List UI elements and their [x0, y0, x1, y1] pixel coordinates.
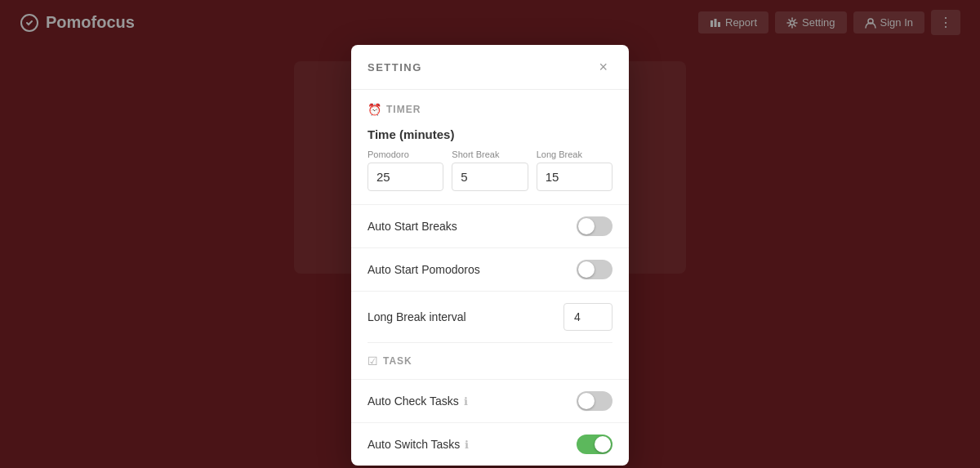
auto-switch-tasks-label: Auto Switch Tasks ℹ [368, 438, 469, 451]
auto-start-pomodoros-thumb [578, 261, 595, 278]
modal-title: SETTING [368, 61, 422, 74]
long-break-input[interactable] [537, 163, 612, 191]
long-break-input-group: Long Break [537, 149, 612, 191]
timer-icon: ⏰ [368, 103, 381, 116]
auto-switch-tasks-row: Auto Switch Tasks ℹ [351, 422, 629, 466]
auto-start-pomodoros-label: Auto Start Pomodoros [368, 263, 480, 276]
long-break-interval-label: Long Break interval [368, 310, 466, 323]
pomodoro-input-group: Pomodoro [368, 149, 443, 191]
auto-switch-tasks-thumb [595, 436, 611, 452]
auto-check-tasks-toggle[interactable] [577, 391, 612, 411]
auto-check-tasks-row: Auto Check Tasks ℹ [351, 379, 629, 422]
auto-start-breaks-toggle[interactable] [577, 216, 612, 236]
auto-switch-tasks-toggle[interactable] [577, 435, 612, 454]
time-inputs-row: Pomodoro Short Break Long Break [368, 149, 612, 191]
short-break-label: Short Break [452, 149, 528, 159]
auto-switch-tasks-info-icon[interactable]: ℹ [465, 439, 469, 451]
short-break-input[interactable] [452, 163, 528, 191]
task-icon: ☑ [368, 354, 378, 368]
task-section-header: ☑ TASK [368, 354, 612, 368]
auto-start-pomodoros-toggle[interactable] [577, 260, 612, 279]
auto-start-pomodoros-row: Auto Start Pomodoros [351, 247, 629, 291]
pomodoro-label: Pomodoro [368, 149, 443, 159]
timer-section: ⏰ TIMER Time (minutes) Pomodoro Short Br… [351, 90, 629, 204]
auto-check-tasks-label: Auto Check Tasks ℹ [368, 394, 468, 408]
auto-check-tasks-info-icon[interactable]: ℹ [464, 395, 468, 408]
modal-close-button[interactable]: × [594, 58, 612, 76]
modal-body: ⏰ TIMER Time (minutes) Pomodoro Short Br… [351, 90, 629, 466]
auto-start-breaks-thumb [578, 218, 595, 234]
task-section: ☑ TASK [351, 343, 629, 368]
modal-overlay: SETTING × ⏰ TIMER Time (minutes) Pomodor… [0, 0, 980, 468]
modal-header: SETTING × [351, 45, 629, 90]
long-break-interval-row: Long Break interval [351, 291, 629, 342]
settings-modal: SETTING × ⏰ TIMER Time (minutes) Pomodor… [351, 45, 629, 466]
time-minutes-label: Time (minutes) [368, 127, 612, 141]
timer-section-title: TIMER [386, 104, 421, 115]
pomodoro-input[interactable] [368, 163, 443, 191]
long-break-label: Long Break [537, 149, 612, 159]
auto-start-breaks-row: Auto Start Breaks [351, 204, 629, 247]
long-break-interval-input[interactable] [564, 303, 612, 331]
auto-check-tasks-thumb [578, 393, 595, 409]
short-break-input-group: Short Break [452, 149, 528, 191]
task-section-title: TASK [383, 355, 412, 367]
auto-start-breaks-label: Auto Start Breaks [368, 220, 457, 233]
timer-section-header: ⏰ TIMER [368, 103, 612, 116]
